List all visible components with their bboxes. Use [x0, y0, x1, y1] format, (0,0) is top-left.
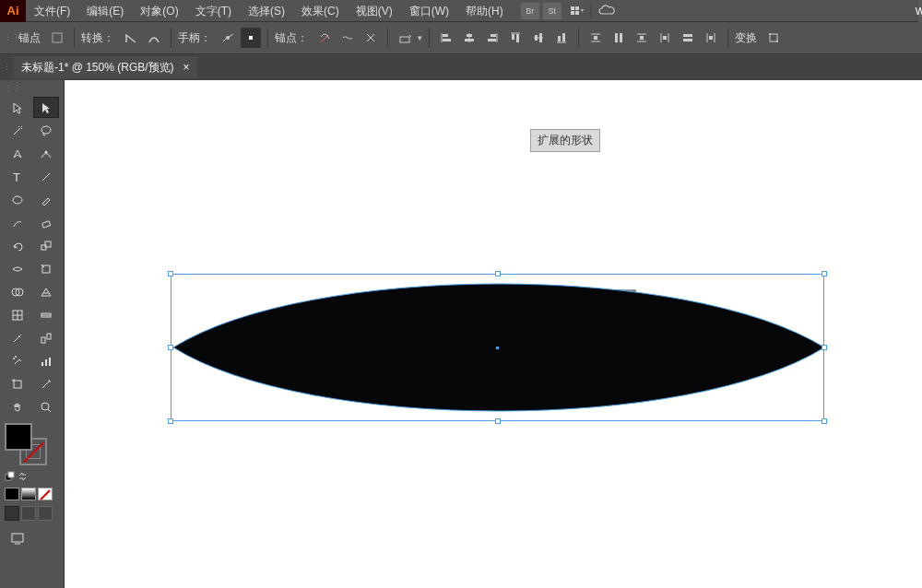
ellipse-tool[interactable]: [5, 189, 30, 210]
artboard-tool[interactable]: [5, 373, 30, 394]
width-tool[interactable]: [5, 258, 30, 279]
menu-help[interactable]: 帮助(H): [457, 0, 512, 21]
menu-object[interactable]: 对象(O): [132, 0, 186, 21]
distribute-hcenter-icon[interactable]: [678, 28, 698, 48]
mesh-tool[interactable]: [5, 304, 30, 325]
options-grabber-icon[interactable]: ⋮⋮: [7, 22, 16, 54]
magic-wand-tool[interactable]: [5, 120, 30, 141]
menu-effect[interactable]: 效果(C): [293, 0, 348, 21]
svg-rect-22: [512, 34, 514, 40]
draw-behind-icon[interactable]: [21, 506, 36, 521]
menu-file[interactable]: 文件(F): [26, 0, 78, 21]
dropdown-arrow-icon[interactable]: ▾: [418, 33, 422, 42]
type-tool[interactable]: T: [5, 166, 30, 187]
selection-bounding-box[interactable]: [171, 274, 824, 421]
gradient-mode-icon[interactable]: [21, 488, 36, 500]
convert-corner-icon[interactable]: [121, 28, 141, 48]
menu-view[interactable]: 视图(V): [348, 0, 401, 21]
tabbar-grabber-icon[interactable]: ⋮⋮: [0, 63, 10, 72]
column-graph-tool[interactable]: [33, 350, 59, 371]
svg-rect-17: [465, 39, 474, 41]
distribute-vcenter-icon[interactable]: [609, 28, 629, 48]
perspective-grid-tool[interactable]: [33, 281, 59, 302]
document-tab[interactable]: 未标题-1* @ 150% (RGB/预览) ×: [14, 56, 197, 78]
menu-select[interactable]: 选择(S): [240, 0, 293, 21]
align-right-icon[interactable]: [482, 28, 502, 48]
line-tool[interactable]: [33, 166, 59, 187]
slice-tool[interactable]: [33, 373, 59, 394]
svg-rect-79: [8, 472, 14, 477]
fill-stroke-swatch[interactable]: [5, 423, 47, 465]
draw-normal-icon[interactable]: [5, 506, 19, 521]
screen-mode-icon[interactable]: [5, 528, 30, 548]
zoom-tool[interactable]: [33, 396, 59, 417]
svg-rect-71: [45, 359, 47, 366]
distribute-left-icon[interactable]: [655, 28, 675, 48]
isolate-icon[interactable]: [395, 28, 415, 48]
handle-hide-icon[interactable]: [241, 28, 261, 48]
menu-edit[interactable]: 编辑(E): [78, 0, 132, 21]
align-top-icon[interactable]: [505, 28, 526, 48]
selection-tool[interactable]: [5, 97, 30, 118]
distribute-bottom-icon[interactable]: [632, 28, 652, 48]
close-tab-icon[interactable]: ×: [183, 61, 190, 74]
sync-icon[interactable]: [598, 5, 617, 18]
sel-handle-tl[interactable]: [168, 271, 173, 276]
svg-rect-73: [14, 381, 21, 388]
gradient-tool[interactable]: [33, 304, 59, 325]
align-left-icon[interactable]: [436, 28, 456, 48]
distribute-right-icon[interactable]: [701, 28, 721, 48]
handle-show-icon[interactable]: [218, 28, 238, 48]
document-tab-title: 未标题-1* @ 150% (RGB/预览): [21, 60, 174, 76]
lasso-tool[interactable]: [33, 120, 59, 141]
align-bottom-icon[interactable]: [551, 28, 572, 48]
stock-icon[interactable]: St: [543, 3, 561, 19]
tools-grabber-icon[interactable]: ⋮⋮: [5, 84, 59, 93]
anchor-none-icon[interactable]: [47, 28, 67, 48]
eyedropper-tool[interactable]: [5, 327, 30, 348]
sel-handle-bm[interactable]: [495, 418, 501, 424]
free-transform-tool[interactable]: [33, 258, 59, 279]
sel-handle-br[interactable]: [822, 418, 827, 424]
sel-handle-tm[interactable]: [495, 271, 501, 276]
direct-selection-tool[interactable]: [33, 97, 59, 118]
sel-handle-tr[interactable]: [822, 271, 827, 276]
align-hcenter-icon[interactable]: [459, 28, 479, 48]
connect-anchor-icon[interactable]: [337, 28, 358, 48]
svg-rect-29: [562, 33, 565, 41]
shape-label: 扩展的形状: [530, 129, 600, 152]
fill-swatch[interactable]: [5, 423, 32, 451]
eraser-tool[interactable]: [33, 212, 59, 233]
paintbrush-tool[interactable]: [33, 189, 59, 210]
separator: [387, 28, 388, 48]
distribute-top-icon[interactable]: [585, 28, 606, 48]
free-transform-icon[interactable]: [763, 28, 784, 48]
svg-rect-28: [558, 36, 561, 41]
bridge-icon[interactable]: Br: [521, 3, 539, 19]
swap-fill-stroke-icon[interactable]: [18, 471, 29, 482]
cut-path-icon[interactable]: [361, 28, 381, 48]
default-fill-stroke-icon[interactable]: [5, 471, 16, 482]
sel-handle-mr[interactable]: [822, 345, 827, 350]
remove-anchor-icon[interactable]: [314, 28, 335, 48]
align-vcenter-icon[interactable]: [528, 28, 549, 48]
blend-tool[interactable]: [33, 327, 59, 348]
convert-smooth-icon[interactable]: [144, 28, 164, 48]
canvas-area[interactable]: 扩展的形状 G 大 7 网 system.com: [65, 80, 922, 588]
hand-tool[interactable]: [5, 396, 30, 417]
none-mode-icon[interactable]: [38, 488, 53, 500]
workspace-switcher-icon[interactable]: [565, 4, 591, 18]
color-mode-icon[interactable]: [5, 488, 19, 500]
pen-tool[interactable]: [5, 143, 30, 164]
curvature-tool[interactable]: [33, 143, 59, 164]
pencil-tool[interactable]: [5, 212, 30, 233]
scale-tool[interactable]: [33, 235, 59, 256]
menu-window[interactable]: 窗口(W): [401, 0, 457, 21]
shape-builder-tool[interactable]: [5, 281, 30, 302]
draw-inside-icon[interactable]: [38, 506, 53, 521]
sel-handle-bl[interactable]: [168, 418, 173, 424]
symbol-sprayer-tool[interactable]: [5, 350, 30, 371]
rotate-tool[interactable]: [5, 235, 30, 256]
sel-handle-ml[interactable]: [168, 345, 173, 350]
menu-type[interactable]: 文字(T): [187, 0, 240, 21]
